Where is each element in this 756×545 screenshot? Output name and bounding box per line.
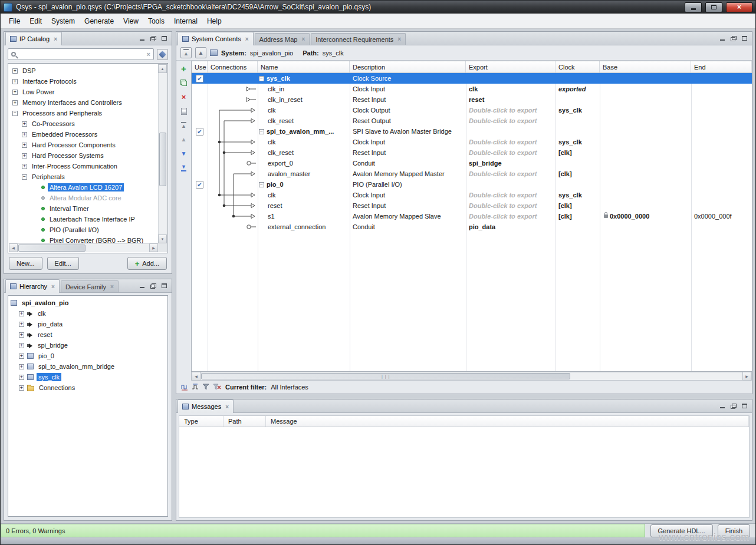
table-row-clk[interactable]: clkClock InputDouble-click to exportsys_… (192, 190, 752, 200)
checkbox[interactable]: ✔ (196, 128, 203, 136)
move-down-button[interactable]: ▼ (179, 149, 189, 158)
ip-tree-item-peripherals[interactable]: −Peripherals (9, 171, 158, 182)
ip-tree-item-pio-parallel-i-o[interactable]: PIO (Parallel I/O) (9, 224, 158, 235)
column-header-base[interactable]: Base (600, 61, 691, 72)
system-tab-interconnect-requirements[interactable]: Interconnect Requirements× (311, 33, 406, 45)
close-tab-icon[interactable]: × (225, 404, 229, 410)
menu-item-system[interactable]: System (47, 15, 80, 27)
ip-tree-item-inter-process-communication[interactable]: +Inter-Process Communication (9, 161, 158, 171)
menu-item-file[interactable]: File (4, 15, 25, 27)
signal-filter-icon[interactable] (192, 384, 199, 391)
duplicate-button[interactable] (179, 78, 189, 87)
filter-funnel-icon[interactable] (202, 384, 209, 391)
export-cell[interactable]: Double-click to export (466, 169, 556, 179)
hierarchy-item-pio-data[interactable]: +pio_data (11, 319, 167, 329)
ip-tree-item-pixel-converter-bgr0-bgr[interactable]: Pixel Converter (BGR0 --> BGR) (9, 235, 158, 243)
float-panel-button[interactable] (149, 35, 157, 42)
hscroll-thumb[interactable]: | | | (201, 373, 570, 379)
table-row-sys-clk[interactable]: ✔−sys_clkClock Source (192, 73, 752, 84)
hierarchy-tab-hierarchy[interactable]: Hierarchy× (5, 279, 60, 293)
new-button[interactable]: New... (9, 257, 42, 270)
clear-search-icon[interactable]: × (147, 51, 150, 58)
ip-catalog-tab-ip-catalog[interactable]: IP Catalog× (5, 32, 62, 45)
minimize-panel-button[interactable] (137, 282, 146, 290)
catalog-settings-button[interactable] (157, 49, 168, 60)
ip-tree-item-co-processors[interactable]: +Co-Processors (9, 118, 158, 129)
hierarchy-item-connections[interactable]: +Connections (11, 382, 167, 393)
checkbox[interactable]: ✔ (196, 181, 203, 189)
hierarchy-item-reset[interactable]: +reset (11, 329, 167, 340)
close-button[interactable]: × (726, 2, 752, 12)
table-row-spi-to-avalon-mm[interactable]: ✔−spi_to_avalon_mm_...SPI Slave to Avalo… (192, 126, 752, 137)
table-row-pio-0[interactable]: ✔−pio_0PIO (Parallel I/O) (192, 179, 752, 190)
move-bottom-button[interactable]: ▼ (179, 163, 189, 172)
expand-icon[interactable]: + (19, 343, 24, 348)
hierarchy-tab-device-family[interactable]: Device Family× (61, 280, 119, 292)
table-row-external-connection[interactable]: external_connectionConduitpio_data (192, 222, 752, 232)
table-row-clk-in[interactable]: clk_inClock Inputclkexported (192, 84, 752, 94)
close-tab-icon[interactable]: × (397, 36, 401, 42)
expand-icon[interactable]: + (19, 375, 24, 380)
column-header-name[interactable]: Name (258, 61, 350, 72)
minimize-panel-button[interactable] (718, 35, 727, 42)
export-cell[interactable]: Double-click to export (466, 147, 556, 158)
ip-tree-item-hard-processor-systems[interactable]: +Hard Processor Systems (9, 150, 158, 161)
collapse-icon[interactable]: − (22, 174, 27, 180)
system-tab-system-contents[interactable]: System Contents× (178, 32, 254, 45)
ip-tree-item-interface-protocols[interactable]: +Interface Protocols (9, 76, 158, 87)
ip-tree-hscrollbar[interactable]: ◀ ▶ (9, 243, 158, 252)
collapse-icon[interactable]: − (12, 111, 18, 116)
ip-tree-item-altera-modular-adc-core[interactable]: Altera Modular ADC core (9, 193, 158, 203)
table-row-clk-reset[interactable]: clk_resetReset InputDouble-click to expo… (192, 147, 752, 158)
menu-item-generate[interactable]: Generate (80, 15, 119, 27)
table-row-export-0[interactable]: export_0Conduitspi_bridge (192, 158, 752, 169)
hierarchy-item-clk[interactable]: +clk (11, 308, 167, 319)
export-cell[interactable]: Double-click to export (466, 211, 556, 222)
column-header-path[interactable]: Path (223, 416, 266, 427)
menu-item-tools[interactable]: Tools (143, 15, 169, 27)
ip-tree-item-processors-and-peripherals[interactable]: −Processors and Peripherals (9, 108, 158, 118)
ip-tree-item-low-power[interactable]: +Low Power (9, 87, 158, 97)
add-button[interactable]: +Add... (127, 257, 167, 270)
expand-icon[interactable]: + (12, 90, 18, 95)
messages-tab-messages[interactable]: Messages× (178, 399, 234, 413)
minimize-panel-button[interactable] (137, 35, 146, 42)
table-row-avalon-master[interactable]: avalon_masterAvalon Memory Mapped Master… (192, 169, 752, 179)
column-header-use[interactable]: Use (192, 61, 208, 72)
maximize-panel-button[interactable] (160, 35, 169, 42)
expand-icon[interactable]: + (12, 79, 18, 84)
edit-button[interactable]: Edit... (47, 257, 79, 270)
ip-tree-item-hard-processor-components[interactable]: +Hard Processor Components (9, 140, 158, 150)
float-panel-button[interactable] (729, 35, 738, 42)
minimize-panel-button[interactable] (718, 402, 727, 410)
clock-filter-icon[interactable] (181, 384, 188, 391)
scroll-up-icon[interactable]: ▲ (158, 64, 167, 73)
close-tab-icon[interactable]: × (110, 283, 114, 290)
move-up-button[interactable]: ▲ (179, 135, 189, 144)
expand-icon[interactable]: + (22, 143, 27, 148)
column-header-description[interactable]: Description (350, 61, 466, 72)
scroll-right-icon[interactable]: ▶ (149, 243, 158, 252)
expand-icon[interactable]: + (19, 385, 24, 391)
table-row-reset[interactable]: resetReset InputDouble-click to export[c… (192, 200, 752, 211)
export-cell[interactable]: Double-click to export (466, 137, 556, 147)
hierarchy-root[interactable]: spi_avalon_pio (11, 298, 167, 308)
hierarchy-item-spi-bridge[interactable]: +spi_bridge (11, 340, 167, 351)
collapse-icon[interactable]: − (259, 129, 264, 134)
menu-item-internal[interactable]: Internal (169, 15, 202, 27)
collapse-icon[interactable]: − (259, 76, 264, 81)
expand-icon[interactable]: + (22, 132, 27, 137)
export-cell[interactable]: Double-click to export (466, 190, 556, 200)
search-box[interactable]: × (8, 48, 154, 60)
column-header-type[interactable]: Type (179, 416, 223, 427)
collapse-all-button[interactable]: ▲ (180, 47, 192, 58)
expand-icon[interactable]: + (22, 153, 27, 158)
column-header-connections[interactable]: Connections (208, 61, 258, 72)
column-header-clock[interactable]: Clock (556, 61, 600, 72)
expand-icon[interactable]: + (12, 68, 18, 74)
minimize-button[interactable] (685, 2, 702, 12)
search-input[interactable] (19, 51, 144, 58)
maximize-button[interactable] (705, 2, 722, 12)
menu-item-help[interactable]: Help (202, 15, 226, 27)
menu-item-view[interactable]: View (119, 15, 143, 27)
